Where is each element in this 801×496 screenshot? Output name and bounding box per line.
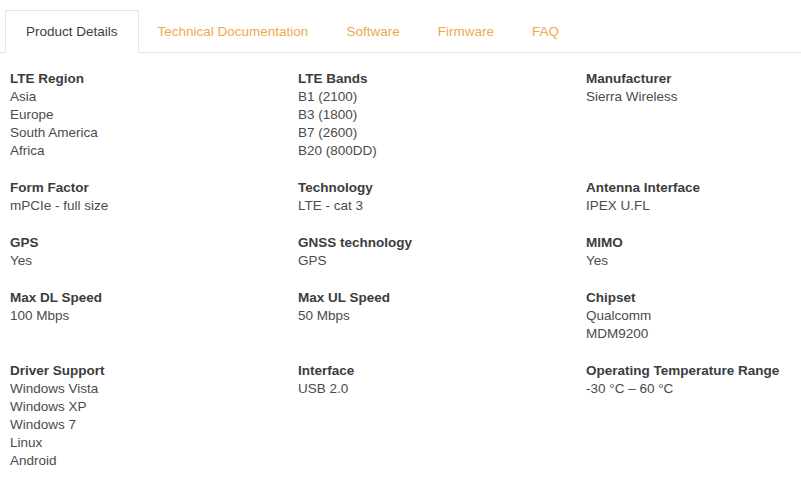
spec-lte-region: LTE Region Asia Europe South America Afr…	[10, 70, 298, 160]
spec-value: 100 Mbps	[10, 307, 298, 325]
spec-operating-temperature-range: Operating Temperature Range -30 °C – 60 …	[586, 362, 791, 398]
spec-label: Antenna Interface	[586, 179, 791, 197]
spec-value: MDM9200	[586, 325, 791, 343]
spec-chipset: Chipset Qualcomm MDM9200	[586, 289, 791, 343]
spec-label: MIMO	[586, 234, 791, 252]
spec-value: Yes	[10, 252, 298, 270]
spec-label: Technology	[298, 179, 586, 197]
spec-grid: LTE Region Asia Europe South America Afr…	[10, 70, 791, 470]
spec-value: B7 (2600)	[298, 124, 586, 142]
spec-value: Windows Vista	[10, 380, 298, 398]
spec-value: Windows XP	[10, 398, 298, 416]
spec-form-factor: Form Factor mPCIe - full size	[10, 179, 298, 215]
spec-value: Linux	[10, 434, 298, 452]
spec-label: Max DL Speed	[10, 289, 298, 307]
tab-technical-documentation[interactable]: Technical Documentation	[139, 10, 328, 52]
spec-value: B20 (800DD)	[298, 142, 586, 160]
spec-value: Sierra Wireless	[586, 88, 791, 106]
spec-label: LTE Region	[10, 70, 298, 88]
spec-label: Manufacturer	[586, 70, 791, 88]
spec-label: Operating Temperature Range	[586, 362, 791, 380]
spec-label: Form Factor	[10, 179, 298, 197]
tab-firmware[interactable]: Firmware	[419, 10, 513, 52]
spec-value: Windows 7	[10, 416, 298, 434]
spec-max-dl-speed: Max DL Speed 100 Mbps	[10, 289, 298, 325]
spec-technology: Technology LTE - cat 3	[298, 179, 586, 215]
spec-value: GPS	[298, 252, 586, 270]
spec-value: B3 (1800)	[298, 106, 586, 124]
spec-value: mPCIe - full size	[10, 197, 298, 215]
tab-faq[interactable]: FAQ	[513, 10, 578, 52]
spec-value: IPEX U.FL	[586, 197, 791, 215]
spec-max-ul-speed: Max UL Speed 50 Mbps	[298, 289, 586, 325]
tab-software[interactable]: Software	[327, 10, 418, 52]
spec-label: GPS	[10, 234, 298, 252]
product-tabs: Product Details Technical Documentation …	[0, 10, 801, 53]
product-details-panel: LTE Region Asia Europe South America Afr…	[0, 53, 801, 470]
spec-label: GNSS technology	[298, 234, 586, 252]
spec-label: Max UL Speed	[298, 289, 586, 307]
spec-value: USB 2.0	[298, 380, 586, 398]
spec-gps: GPS Yes	[10, 234, 298, 270]
spec-value: -30 °C – 60 °C	[586, 380, 791, 398]
spec-value: Europe	[10, 106, 298, 124]
spec-manufacturer: Manufacturer Sierra Wireless	[586, 70, 791, 106]
spec-value: LTE - cat 3	[298, 197, 586, 215]
spec-value: 50 Mbps	[298, 307, 586, 325]
tab-product-details[interactable]: Product Details	[5, 10, 139, 53]
spec-value: Yes	[586, 252, 791, 270]
spec-label: Driver Support	[10, 362, 298, 380]
spec-value: B1 (2100)	[298, 88, 586, 106]
spec-label: LTE Bands	[298, 70, 586, 88]
spec-lte-bands: LTE Bands B1 (2100) B3 (1800) B7 (2600) …	[298, 70, 586, 160]
spec-value: Android	[10, 452, 298, 470]
spec-value: Africa	[10, 142, 298, 160]
spec-label: Chipset	[586, 289, 791, 307]
spec-label: Interface	[298, 362, 586, 380]
spec-mimo: MIMO Yes	[586, 234, 791, 270]
spec-interface: Interface USB 2.0	[298, 362, 586, 398]
spec-gnss-technology: GNSS technology GPS	[298, 234, 586, 270]
spec-value: Asia	[10, 88, 298, 106]
spec-value: South America	[10, 124, 298, 142]
spec-antenna-interface: Antenna Interface IPEX U.FL	[586, 179, 791, 215]
spec-value: Qualcomm	[586, 307, 791, 325]
spec-driver-support: Driver Support Windows Vista Windows XP …	[10, 362, 298, 470]
